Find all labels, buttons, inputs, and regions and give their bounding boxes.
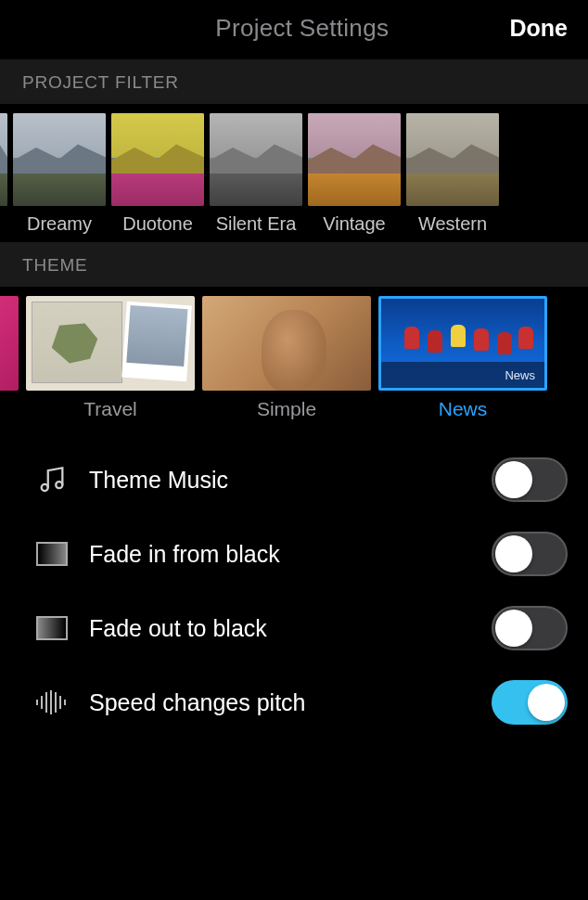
fade-out-icon <box>33 610 70 647</box>
filter-thumb <box>308 113 401 206</box>
toggle-fade-in[interactable] <box>492 532 568 576</box>
filter-item-dreamy[interactable]: Dreamy <box>13 113 106 235</box>
theme-item-partial[interactable] <box>0 296 19 420</box>
theme-thumb: News <box>378 296 547 391</box>
music-note-icon <box>33 461 70 498</box>
news-inner-label: News <box>381 362 544 388</box>
theme-strip[interactable]: Travel Simple News News <box>0 287 588 424</box>
option-label: Speed changes pitch <box>89 689 473 716</box>
filter-thumb <box>0 113 7 206</box>
option-speed-pitch: Speed changes pitch <box>33 665 568 739</box>
theme-thumb <box>26 296 195 391</box>
theme-label: Travel <box>83 398 137 420</box>
filter-item-vintage[interactable]: Vintage <box>308 113 401 235</box>
theme-thumb <box>0 296 19 391</box>
option-theme-music: Theme Music <box>33 443 568 517</box>
svg-point-0 <box>42 484 48 491</box>
filter-item-partial[interactable] <box>0 113 7 235</box>
theme-label: Simple <box>257 398 316 420</box>
waveform-icon <box>33 684 70 721</box>
fade-in-icon <box>33 535 70 572</box>
theme-item-travel[interactable]: Travel <box>26 296 195 420</box>
filter-strip[interactable]: Dreamy Duotone Silent Era Vintage Wester… <box>0 104 588 238</box>
filter-item-silent-era[interactable]: Silent Era <box>210 113 302 235</box>
filter-label: Vintage <box>323 213 385 235</box>
option-label: Fade in from black <box>89 541 473 568</box>
theme-item-simple[interactable]: Simple <box>202 296 371 420</box>
theme-label <box>3 398 8 420</box>
filter-thumb <box>406 113 499 206</box>
theme-item-news[interactable]: News News <box>378 296 547 420</box>
options-list: Theme Music Fade in from black Fade out … <box>0 424 588 739</box>
filter-item-western[interactable]: Western <box>406 113 499 235</box>
filter-thumb <box>13 113 106 206</box>
done-button[interactable]: Done <box>509 15 568 42</box>
theme-thumb <box>202 296 371 391</box>
filter-section-header: PROJECT FILTER <box>0 59 588 104</box>
filter-label: Dreamy <box>27 213 92 235</box>
toggle-fade-out[interactable] <box>492 606 568 650</box>
option-label: Fade out to black <box>89 615 473 642</box>
option-fade-in: Fade in from black <box>33 517 568 591</box>
option-label: Theme Music <box>89 467 473 494</box>
header: Project Settings Done <box>0 0 588 56</box>
filter-label: Silent Era <box>216 213 297 235</box>
filter-item-duotone[interactable]: Duotone <box>111 113 204 235</box>
filter-thumb <box>111 113 204 206</box>
theme-label: News <box>439 398 488 420</box>
toggle-theme-music[interactable] <box>492 457 568 502</box>
theme-section-header: THEME <box>0 242 588 287</box>
option-fade-out: Fade out to black <box>33 591 568 665</box>
filter-thumb <box>210 113 302 206</box>
filter-label: Duotone <box>122 213 193 235</box>
toggle-speed-pitch[interactable] <box>492 680 568 725</box>
page-title: Project Settings <box>215 14 389 43</box>
svg-point-1 <box>56 482 62 488</box>
filter-label: Western <box>418 213 487 235</box>
